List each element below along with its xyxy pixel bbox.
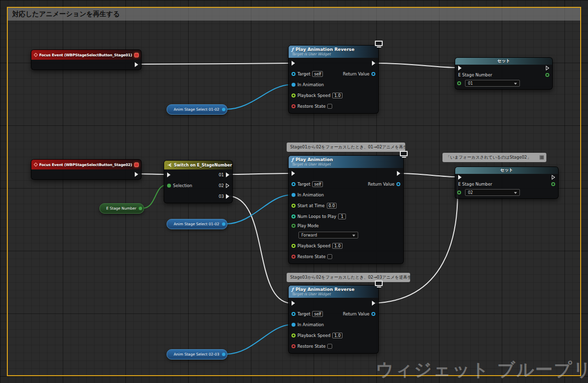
exec-out-pin[interactable] [372,61,375,66]
event-node-header: Focus Event (WBPStageSelectButton_Stage0… [31,50,141,60]
node-switch-on-estagenumber[interactable]: Switch on E_StageNumber 01 Selection 02 … [164,160,233,203]
wire-exec-focus02-switch[interactable] [138,174,166,174]
play-mode-pin[interactable] [292,224,295,228]
variable-node-estagenumber[interactable]: E Stage Number [99,203,144,214]
event-node-focus-stage01[interactable]: Focus Event (WBPStageSelectButton_Stage0… [31,49,142,70]
wire-enum-estage-selection[interactable] [143,185,166,208]
exec-out-pin[interactable] [135,172,138,177]
bubble-grip-icon[interactable] [539,155,544,160]
enum-value-dropdown[interactable]: 01 [465,80,520,87]
value-in-pin[interactable] [457,191,461,194]
wire-exec-switch01-playanim[interactable] [228,173,290,174]
case-03-exec-out-pin[interactable] [226,194,229,199]
wire-exec-switch03-playrevbot[interactable] [228,196,290,303]
enum-value: 02 [468,191,473,195]
wire-anim-0102a-playrevtop[interactable] [226,85,290,109]
variable-out-pin[interactable] [222,222,225,226]
function-node-header: ƒ Play Animation Reverse Target is User … [289,46,378,58]
restore-state-pin[interactable] [292,344,295,348]
bubble-text: Stage03から02をフォーカスしたとき、02→03アニメを逆再生 [290,275,410,281]
num-loops-value-box[interactable]: 1 [338,214,346,219]
exec-out-pin[interactable] [397,171,400,176]
bubble-text: Stage01から02をフォーカスしたとき、01→02アニメを再生 [290,144,405,150]
target-value-box[interactable]: self [312,181,323,187]
playback-speed-pin[interactable] [292,94,295,97]
playback-speed-pin[interactable] [292,244,295,248]
value-in-pin[interactable] [457,81,461,85]
selection-pin[interactable] [167,184,171,188]
playback-speed-value-box[interactable]: 1.0 [332,333,343,338]
wire-exec-playanim-set02[interactable] [398,173,457,177]
comment-bubble-now-focused[interactable]: 「いまフォーカスされているのはStage02」 [442,153,546,162]
chevron-down-icon [514,83,517,86]
comment-bubble-play-reverse[interactable]: Stage03から02をフォーカスしたとき、02→03アニメを逆再生 [287,273,410,282]
exec-out-pin[interactable] [546,66,549,71]
event-badge-icon [134,53,139,57]
function-icon: ƒ [292,287,294,292]
wire-exec-focus01-playrevtop[interactable] [138,63,290,64]
variable-pill-label: Anim Stage Select 01-02 [170,222,224,226]
playback-speed-pin[interactable] [292,334,295,337]
blueprint-graph-canvas[interactable]: 対応したアニメーションを再生する Focus Event (WBPStageSe… [0,0,588,383]
wire-anim-0102b-playanim[interactable] [226,195,290,224]
exec-in-pin[interactable] [458,175,462,180]
restore-state-checkbox[interactable] [327,344,332,349]
event-diamond-icon [34,53,38,57]
exec-in-pin[interactable] [292,301,295,306]
variable-out-pin[interactable] [222,108,225,111]
return-value-pin[interactable] [371,312,375,316]
restore-state-checkbox[interactable] [327,254,332,259]
node-play-animation-reverse-top[interactable]: ƒ Play Animation Reverse Target is User … [288,45,379,114]
target-pin[interactable] [292,182,295,186]
node-subtitle: Target is User Widget [292,162,331,167]
exec-in-pin[interactable] [458,66,462,71]
event-node-focus-stage02[interactable]: Focus Event (WBPStageSelectButton_Stage0… [31,159,142,180]
exec-out-pin[interactable] [372,301,375,306]
node-set-stage01[interactable]: セット E Stage Number 01 [455,57,553,90]
node-play-animation-reverse-bottom[interactable]: ƒ Play Animation Reverse Target is User … [288,285,379,354]
playback-speed-label: Playback Speed [297,243,330,248]
restore-state-checkbox[interactable] [327,104,332,109]
variable-node-anim-stage-select-02-03[interactable]: Anim Stage Select 02-03 [167,349,227,359]
exec-out-pin[interactable] [135,62,138,67]
playback-speed-value-box[interactable]: 1.0 [332,243,343,249]
target-pin[interactable] [292,312,295,316]
target-label: Target [297,182,310,187]
value-out-pin[interactable] [551,182,555,186]
enum-value-dropdown[interactable]: 02 [465,189,520,196]
return-value-pin[interactable] [371,72,375,76]
target-value-box[interactable]: self [312,311,323,317]
in-animation-label: In Animation [297,82,324,87]
exec-in-pin[interactable] [292,171,295,176]
comment-bubble-play-forward[interactable]: Stage01から02をフォーカスしたとき、01→02アニメを再生 [287,143,405,152]
num-loops-pin[interactable] [292,215,295,218]
variable-node-anim-stage-select-01-02-a[interactable]: Anim Stage Select 01-02 [167,104,227,115]
start-at-time-pin[interactable] [292,204,295,208]
start-at-time-value-box[interactable]: 0.0 [327,203,337,209]
exec-in-pin[interactable] [292,61,295,66]
play-mode-dropdown[interactable]: Forward [298,232,358,239]
case-01-exec-out-pin[interactable] [226,172,229,177]
variable-out-pin[interactable] [139,207,142,210]
play-mode-value: Forward [301,233,317,238]
case-02-exec-out-pin[interactable] [226,183,229,188]
return-value-pin[interactable] [396,182,400,186]
in-animation-pin[interactable] [292,193,295,197]
exec-in-pin[interactable] [167,172,171,177]
enum-value: 01 [468,81,473,86]
in-animation-pin[interactable] [292,323,295,327]
in-animation-pin[interactable] [292,83,295,87]
restore-state-pin[interactable] [292,104,295,108]
value-out-pin[interactable] [545,73,549,77]
variable-node-anim-stage-select-01-02-b[interactable]: Anim Stage Select 01-02 [167,219,227,229]
exec-out-pin[interactable] [552,175,555,180]
restore-state-pin[interactable] [292,255,295,259]
target-value-box[interactable]: self [312,71,323,77]
wire-anim-0203-playrevbot[interactable] [226,325,290,354]
playback-speed-value-box[interactable]: 1.0 [332,93,343,98]
wire-exec-playrevtop-set01[interactable] [375,63,457,68]
target-pin[interactable] [292,72,295,76]
node-play-animation[interactable]: ƒ Play Animation Target is User Widget T… [288,155,404,264]
variable-out-pin[interactable] [222,353,225,356]
node-set-stage02[interactable]: セット E Stage Number 02 [455,167,559,199]
